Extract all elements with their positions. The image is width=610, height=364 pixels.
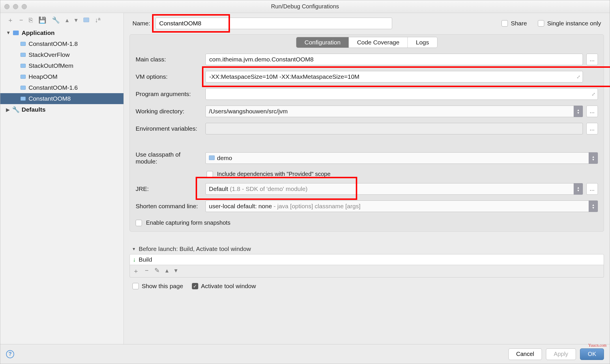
shorten-cmd-label: Shorten command line: — [136, 203, 202, 210]
before-launch-header[interactable]: ▼ Before launch: Build, Activate tool wi… — [130, 244, 604, 254]
working-dir-input[interactable]: /Users/wangshouwen/src/jvm — [205, 106, 583, 117]
name-label: Name: — [132, 20, 150, 27]
tree-item[interactable]: StackOutOfMem — [0, 60, 124, 71]
remove-icon[interactable]: − — [19, 16, 23, 24]
run-config-icon — [20, 75, 26, 79]
add-task-icon[interactable]: ＋ — [133, 267, 139, 275]
move-up-icon[interactable]: ▴ — [165, 267, 169, 275]
env-vars-input[interactable] — [205, 123, 583, 134]
cancel-button[interactable]: Cancel — [508, 348, 542, 360]
window-controls — [4, 4, 27, 9]
classpath-module-label: Use classpath of module: — [136, 151, 202, 165]
vm-options-input[interactable]: -XX:MetaspaceSize=10M -XX:MaxMetaspaceSi… — [205, 71, 583, 82]
dropdown-icon[interactable] — [589, 152, 598, 164]
settings-icon[interactable]: 🔧 — [52, 16, 60, 24]
include-provided-checkbox[interactable]: Include dependencies with "Provided" sco… — [205, 171, 598, 177]
main-class-label: Main class: — [136, 56, 202, 63]
before-launch-toolbar: ＋ − ✎ ▴ ▾ — [130, 265, 604, 277]
program-args-input[interactable]: ⤢ — [205, 88, 598, 100]
tree-node-application[interactable]: ▼ Application — [0, 27, 124, 38]
before-launch-list-item[interactable]: ↓ Build — [130, 254, 604, 265]
run-config-icon — [20, 97, 26, 101]
working-dir-label: Working directory: — [136, 108, 202, 115]
expand-icon[interactable]: ▼ — [6, 30, 10, 35]
zoom-window-icon[interactable] — [22, 4, 27, 9]
dropdown-icon[interactable] — [589, 200, 598, 212]
help-icon[interactable]: ? — [6, 350, 14, 358]
apply-button[interactable]: Apply — [546, 348, 576, 360]
tree-item[interactable]: ConstantOOM-1.8 — [0, 38, 124, 49]
build-icon: ↓ — [133, 256, 136, 263]
tabs: Configuration Code Coverage Logs — [130, 35, 604, 48]
expand-icon[interactable]: ▶ — [6, 107, 10, 112]
tree-item[interactable]: ConstantOOM-1.6 — [0, 82, 124, 93]
browse-env-vars-button[interactable]: … — [586, 123, 598, 134]
program-args-label: Program arguments: — [136, 91, 202, 97]
save-icon[interactable]: 💾 — [38, 16, 46, 24]
edit-task-icon[interactable]: ✎ — [154, 267, 160, 275]
checkbox-icon — [136, 220, 142, 226]
module-icon — [209, 155, 215, 162]
folder-icon[interactable] — [83, 16, 89, 24]
remove-task-icon[interactable]: − — [145, 267, 149, 275]
ok-button[interactable]: OK — [580, 348, 604, 360]
config-panel: Configuration Code Coverage Logs Main cl… — [130, 34, 604, 232]
tab-logs[interactable]: Logs — [408, 37, 437, 48]
tree-node-defaults[interactable]: ▶ 🔧 Defaults — [0, 104, 124, 115]
env-vars-label: Environment variables: — [136, 125, 202, 132]
name-input[interactable] — [156, 18, 392, 29]
expand-field-icon[interactable]: ⤢ — [577, 74, 580, 80]
shorten-cmd-select[interactable]: user-local default: none - java [options… — [205, 200, 598, 212]
expand-field-icon[interactable]: ⤢ — [592, 91, 595, 97]
tree-label: Defaults — [22, 106, 46, 113]
vm-options-label: VM options: — [136, 73, 202, 80]
minimize-window-icon[interactable] — [13, 4, 18, 9]
tab-code-coverage[interactable]: Code Coverage — [349, 37, 408, 48]
run-config-icon — [20, 53, 26, 57]
add-icon[interactable]: ＋ — [7, 16, 14, 25]
run-config-icon — [20, 42, 26, 46]
window-title: Run/Debug Configurations — [271, 3, 339, 10]
checkbox-icon — [207, 171, 213, 177]
move-down-icon[interactable]: ▾ — [174, 267, 177, 275]
watermark: Yuucn.com — [588, 343, 607, 348]
jre-select[interactable]: Default (1.8 - SDK of 'demo' module) — [205, 183, 583, 195]
copy-icon[interactable]: ⎘ — [29, 16, 33, 24]
jre-label: JRE: — [136, 185, 202, 192]
enable-snapshots-checkbox[interactable]: Enable capturing form snapshots — [136, 218, 598, 226]
dropdown-icon[interactable] — [574, 106, 583, 117]
browse-working-dir-button[interactable]: … — [586, 106, 598, 117]
main-class-input[interactable]: com.itheima.jvm.demo.ConstantOOM8 — [205, 54, 583, 65]
activate-tool-window-checkbox[interactable]: ✓Activate tool window — [192, 283, 256, 290]
browse-jre-button[interactable]: … — [586, 183, 598, 195]
move-up-icon[interactable]: ▴ — [66, 16, 69, 24]
classpath-module-select[interactable]: demo — [205, 152, 598, 164]
checkbox-icon — [538, 20, 544, 27]
checkbox-checked-icon: ✓ — [192, 283, 198, 289]
dropdown-icon[interactable] — [574, 183, 583, 195]
sidebar-toolbar: ＋ − ⎘ 💾 🔧 ▴ ▾ ↓ª — [0, 13, 124, 27]
tree-item[interactable]: StackOverFlow — [0, 49, 124, 60]
dialog-footer: ? Cancel Apply OK — [0, 344, 610, 364]
share-checkbox[interactable]: Share — [502, 20, 527, 27]
wrench-icon: 🔧 — [13, 107, 19, 112]
run-config-icon — [20, 86, 26, 90]
move-down-icon[interactable]: ▾ — [74, 16, 78, 24]
show-page-checkbox[interactable]: Show this page — [132, 283, 183, 290]
single-instance-checkbox[interactable]: Single instance only — [538, 20, 601, 27]
config-tree: ▼ Application ConstantOOM-1.8 StackOverF… — [0, 27, 124, 344]
titlebar: Run/Debug Configurations — [0, 0, 610, 13]
tree-item[interactable]: HeapOOM — [0, 71, 124, 82]
tree-item-selected[interactable]: ConstantOOM8 — [0, 93, 124, 104]
close-window-icon[interactable] — [4, 4, 10, 9]
checkbox-icon — [502, 20, 508, 27]
tab-configuration[interactable]: Configuration — [296, 37, 349, 48]
application-icon — [13, 30, 19, 35]
name-row: Name: Share Single instance only — [130, 16, 604, 31]
run-debug-config-window: Run/Debug Configurations ＋ − ⎘ 💾 🔧 ▴ ▾ ↓… — [0, 0, 610, 364]
sort-icon[interactable]: ↓ª — [95, 16, 100, 24]
collapse-icon[interactable]: ▼ — [132, 247, 136, 251]
checkbox-icon — [132, 283, 139, 289]
tree-label: Application — [22, 29, 55, 36]
browse-main-class-button[interactable]: … — [586, 54, 598, 65]
